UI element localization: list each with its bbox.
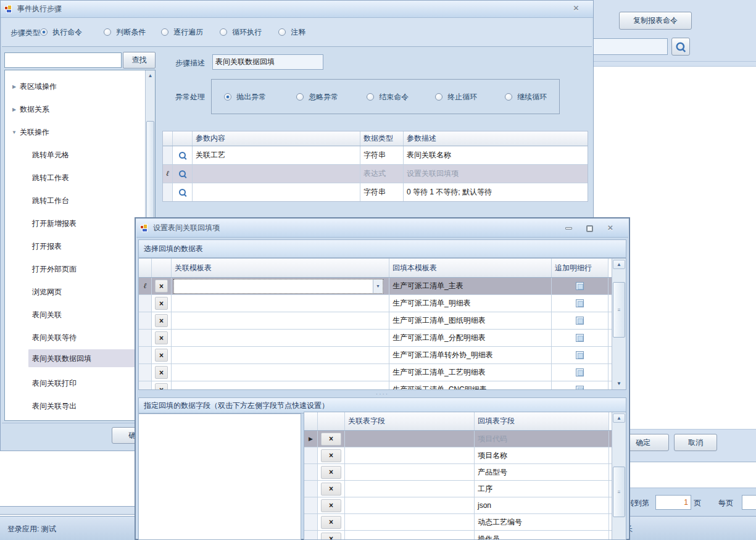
col-param-content[interactable]: 参数内容 xyxy=(193,131,360,146)
scrollbar-thumb[interactable]: ≡ xyxy=(613,467,625,517)
radio-exception-0[interactable]: 抛出异常 xyxy=(224,92,266,102)
table-row[interactable]: × 生产可派工清单_工艺明细表 xyxy=(139,364,626,381)
col-data-type[interactable]: 数据类型 xyxy=(360,131,404,146)
tree-item[interactable]: ▼ 关联操作 xyxy=(5,125,155,139)
template-table-combo[interactable]: ▼ xyxy=(173,279,383,294)
radio-step-type-2[interactable]: 逐行遍历 xyxy=(161,27,203,38)
delete-row-button[interactable]: × xyxy=(321,499,341,512)
tree-item[interactable]: ▶ 表区域操作 xyxy=(5,79,155,94)
chevron-right-icon[interactable]: ▶ xyxy=(9,107,20,112)
delete-row-button[interactable]: × xyxy=(155,297,168,310)
delete-row-button[interactable]: × xyxy=(321,433,341,446)
delete-row-button[interactable]: × xyxy=(155,280,168,293)
append-detail-checkbox[interactable] xyxy=(576,334,584,342)
scroll-down-icon[interactable]: ▼ xyxy=(613,379,625,388)
tables-grid-scrollbar[interactable]: ▲ ≡ ▼ xyxy=(612,259,626,389)
table-row[interactable]: × json xyxy=(304,497,626,514)
table-row[interactable]: × 操作员 xyxy=(304,531,626,540)
table-row[interactable]: × 项目名称 xyxy=(304,447,626,464)
page-number-input[interactable] xyxy=(655,495,691,510)
maximize-icon[interactable] xyxy=(583,223,596,233)
tree-item[interactable]: 表间关联 xyxy=(5,307,155,322)
table-row[interactable]: × 生产可派工清单_分配明细表 xyxy=(139,330,626,347)
append-detail-checkbox[interactable] xyxy=(576,299,584,307)
table-row-selected[interactable]: ▶ × 项目代码 xyxy=(304,431,626,447)
find-button[interactable]: 查找 xyxy=(123,52,156,69)
lookup-icon[interactable] xyxy=(178,151,187,160)
close-icon[interactable]: × xyxy=(604,223,617,233)
radio-step-type-1[interactable]: 判断条件 xyxy=(104,27,146,38)
tree-item[interactable]: 打开报表 xyxy=(5,239,155,254)
radio-exception-1[interactable]: 忽略异常 xyxy=(296,92,338,102)
lookup-icon[interactable] xyxy=(178,170,187,178)
tree-item[interactable]: ▶ 数据关系 xyxy=(5,102,155,117)
append-detail-checkbox[interactable] xyxy=(576,368,584,376)
tree-item[interactable]: 表间关联导出 xyxy=(5,399,155,413)
lookup-icon[interactable] xyxy=(178,188,187,197)
report-search-input[interactable] xyxy=(588,38,668,55)
append-detail-checkbox[interactable] xyxy=(576,317,584,325)
append-detail-checkbox[interactable] xyxy=(576,386,584,390)
dialog-event-steps-titlebar[interactable]: 事件执行步骤 × xyxy=(1,1,593,18)
delete-row-button[interactable]: × xyxy=(155,383,168,390)
col-param-desc[interactable]: 参数描述 xyxy=(404,131,588,146)
scroll-up-icon[interactable]: ▲ xyxy=(613,413,625,423)
radio-exception-4[interactable]: 继续循环 xyxy=(505,92,547,102)
scroll-up-icon[interactable]: ▲ xyxy=(146,71,154,80)
col-template-table[interactable]: 关联模板表 xyxy=(172,259,389,277)
col-target-field[interactable]: 回填表字段 xyxy=(475,412,609,430)
command-search-input[interactable] xyxy=(4,52,122,68)
delete-row-button[interactable]: × xyxy=(155,349,168,362)
delete-row-button[interactable]: × xyxy=(321,516,341,529)
copy-report-command-button[interactable]: 复制报表命令 xyxy=(619,12,692,30)
fields-grid-scrollbar[interactable]: ▲ ≡ xyxy=(612,412,626,539)
field-tree-panel[interactable] xyxy=(138,413,301,540)
radio-step-type-3[interactable]: 循环执行 xyxy=(220,27,262,38)
radio-step-type-4[interactable]: 注释 xyxy=(278,27,305,38)
tree-item[interactable]: 浏览网页 xyxy=(5,285,155,299)
per-page-input[interactable] xyxy=(742,495,756,510)
minimize-icon[interactable] xyxy=(562,223,575,233)
table-row[interactable]: × 动态工艺编号 xyxy=(304,514,626,531)
tree-item[interactable]: 跳转工作表 xyxy=(5,170,155,185)
dialog-backfill-titlebar[interactable]: 设置表间关联回填项 × xyxy=(136,219,628,238)
col-append-detail[interactable]: 追加明细行 xyxy=(552,259,609,277)
chevron-down-icon[interactable]: ▼ xyxy=(9,130,20,135)
report-search-button[interactable] xyxy=(671,38,690,56)
delete-row-button[interactable]: × xyxy=(321,483,341,496)
table-row[interactable]: 关联工艺 字符串 表间关联名称 xyxy=(163,146,588,165)
table-row[interactable]: × 产品型号 xyxy=(304,464,626,481)
tree-item[interactable]: 表间关联等待 xyxy=(5,330,155,345)
tree-item[interactable]: 跳转单元格 xyxy=(5,147,155,162)
append-detail-checkbox[interactable] xyxy=(576,282,584,290)
close-icon[interactable]: × xyxy=(573,4,579,12)
table-row[interactable]: 字符串 0 等待 1 不等待; 默认等待 xyxy=(163,183,588,202)
col-source-field[interactable]: 关联表字段 xyxy=(345,412,475,430)
table-row-selected[interactable]: ℓ 表达式 设置关联回填项 xyxy=(163,165,588,183)
delete-row-button[interactable]: × xyxy=(155,366,168,379)
tree-item[interactable]: 打开新增报表 xyxy=(5,216,155,231)
radio-exception-3[interactable]: 终止循环 xyxy=(435,92,477,102)
radio-step-type-0[interactable]: 执行命令 xyxy=(40,27,82,38)
delete-row-button[interactable]: × xyxy=(321,533,341,540)
scrollbar-thumb[interactable]: ≡ xyxy=(613,282,625,338)
table-row[interactable]: × 生产可派工清单_图纸明细表 xyxy=(139,312,626,330)
radio-exception-2[interactable]: 结束命令 xyxy=(367,92,409,102)
tree-item-selected[interactable]: 表间关联数据回填 xyxy=(5,351,155,366)
table-row[interactable]: × 生产可派工清单转外协_明细表 xyxy=(139,347,626,364)
step-desc-input[interactable] xyxy=(212,54,323,70)
col-target-table[interactable]: 回填本模板表 xyxy=(389,259,552,277)
append-detail-checkbox[interactable] xyxy=(576,351,584,359)
table-row[interactable]: × 工序 xyxy=(304,481,626,497)
delete-row-button[interactable]: × xyxy=(155,314,168,327)
delete-row-button[interactable]: × xyxy=(321,466,341,479)
tree-item[interactable]: 表间关联打印 xyxy=(5,376,155,391)
cancel-button[interactable]: 取消 xyxy=(674,434,717,451)
scroll-up-icon[interactable]: ▲ xyxy=(613,260,625,269)
combo-caret-icon[interactable]: ▼ xyxy=(373,280,383,293)
table-row-selected[interactable]: ℓ × ▼ 生产可派工清单_主表 xyxy=(139,278,626,295)
delete-row-button[interactable]: × xyxy=(321,449,341,462)
delete-row-button[interactable]: × xyxy=(155,331,168,344)
tree-item[interactable]: 跳转工作台 xyxy=(5,193,155,208)
splitter-handle[interactable]: ···· xyxy=(138,390,626,397)
